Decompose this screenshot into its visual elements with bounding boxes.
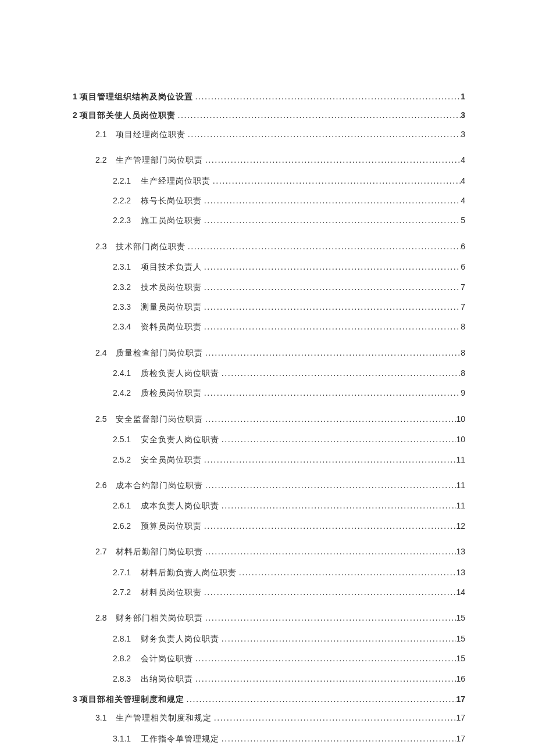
toc-entry: 2.2生产管理部门岗位职责4	[73, 153, 465, 167]
toc-leader-dots	[219, 433, 456, 446]
toc-page-number: 1	[461, 90, 465, 103]
toc-title: 工作指令单管理规定	[141, 733, 219, 746]
toc-page-number: 8	[461, 367, 465, 379]
toc-title: 生产经理岗位职责	[141, 175, 211, 188]
toc-entry: 2.2.1生产经理岗位职责4	[73, 174, 465, 188]
toc-number: 2	[73, 109, 80, 121]
toc-entry: 2.1项目经理岗位职责3	[73, 128, 465, 141]
toc-number: 2.6.1	[113, 499, 141, 512]
toc-entry: 2.3.3测量员岗位职责7	[73, 300, 465, 314]
toc-leader-dots	[219, 733, 456, 746]
toc-number: 2.7.1	[113, 566, 141, 579]
toc-number: 2.7	[95, 545, 116, 558]
toc-page-number: 13	[456, 545, 465, 558]
toc-number: 3.1.1	[113, 732, 141, 745]
toc-number: 2.1	[95, 128, 116, 141]
toc-page-number: 17	[456, 732, 465, 745]
toc-number: 2.2.2	[113, 194, 141, 207]
toc-title: 会计岗位职责	[141, 653, 193, 665]
toc-entry: 3.1生产管理相关制度和规定17	[73, 711, 465, 725]
toc-title: 材料后勤负责人岗位职责	[141, 567, 237, 579]
toc-page-number: 5	[461, 214, 465, 227]
toc-leader-dots	[193, 91, 461, 103]
toc-page-number: 7	[461, 281, 465, 293]
toc-leader-dots	[203, 347, 461, 360]
toc-page-number: 14	[456, 586, 465, 599]
toc-leader-dots	[186, 241, 461, 253]
toc-number: 2.5.2	[113, 453, 141, 466]
toc-page-number: 11	[456, 499, 465, 512]
toc-page-number: 9	[461, 386, 465, 399]
toc-number: 2.7.2	[113, 586, 141, 599]
toc-page-number: 6	[461, 240, 465, 253]
toc-entry: 2.4.1质检负责人岗位职责8	[73, 367, 465, 380]
toc-title: 出纳岗位职责	[141, 673, 193, 686]
toc-number: 2.5.1	[113, 433, 141, 446]
toc-title: 项目技术负责人	[141, 261, 202, 274]
toc-page-number: 3	[461, 128, 465, 141]
toc-number: 2.5	[95, 413, 116, 425]
toc-entry: 2.7.2材料员岗位职责14	[73, 586, 465, 599]
toc-leader-dots	[219, 500, 456, 513]
toc-leader-dots	[203, 612, 456, 625]
toc-title: 安全员岗位职责	[141, 454, 202, 467]
toc-number: 2.8.1	[113, 632, 141, 645]
toc-number: 3	[73, 693, 80, 705]
toc-number: 2.8.2	[113, 652, 141, 665]
toc-number: 3.1	[95, 711, 116, 724]
toc-title: 成本合约部门岗位职责	[116, 479, 203, 492]
toc-page-number: 17	[456, 693, 465, 705]
toc-title: 测量员岗位职责	[141, 301, 202, 314]
toc-leader-dots	[219, 367, 461, 380]
toc-number: 2.4.1	[113, 367, 141, 379]
toc-number: 2.8	[95, 611, 116, 624]
toc-entry: 2.5.2安全员岗位职责11	[73, 453, 465, 467]
toc-leader-dots	[184, 693, 456, 706]
toc-entry: 2.2.3施工员岗位职责5	[73, 214, 465, 227]
toc-entry: 2.6.2预算员岗位职责12	[73, 519, 465, 533]
toc-leader-dots	[193, 673, 456, 686]
toc-entry: 2.3.4资料员岗位职责8	[73, 320, 465, 334]
toc-page-number: 11	[456, 479, 465, 492]
toc-page-number: 8	[461, 320, 465, 333]
toc-entry: 2.3技术部门岗位职责6	[73, 240, 465, 253]
toc-number: 2.3.4	[113, 320, 141, 333]
toc-page-number: 10	[456, 433, 465, 446]
toc-title: 项目部相关管理制度和规定	[80, 693, 184, 706]
toc-title: 材料后勤部门岗位职责	[116, 546, 203, 558]
toc-entry: 2.7.1材料后勤负责人岗位职责13	[73, 566, 465, 579]
toc-leader-dots	[203, 479, 456, 492]
toc-number: 1	[73, 90, 80, 103]
toc-title: 质检员岗位职责	[141, 387, 202, 400]
toc-number: 2.2.1	[113, 174, 141, 187]
toc-page-number: 7	[461, 300, 465, 313]
toc-leader-dots	[202, 301, 461, 314]
toc-leader-dots	[186, 128, 461, 141]
toc-entry: 2.8财务部门相关岗位职责15	[73, 611, 465, 625]
toc-entry: 2.5安全监督部门岗位职责10	[73, 413, 465, 426]
toc-number: 2.4.2	[113, 386, 141, 399]
toc-leader-dots	[203, 154, 461, 167]
toc-number: 2.3.2	[113, 281, 141, 293]
toc-number: 2.2.3	[113, 214, 141, 227]
toc-title: 预算员岗位职责	[141, 520, 202, 533]
toc-leader-dots	[203, 413, 456, 426]
toc-leader-dots	[176, 109, 461, 122]
toc-leader-dots	[202, 387, 461, 400]
toc-leader-dots	[202, 195, 461, 207]
toc-number: 2.6	[95, 479, 116, 492]
toc-number: 2.3.3	[113, 300, 141, 313]
toc-leader-dots	[202, 214, 461, 227]
toc-page-number: 6	[461, 260, 465, 273]
table-of-contents: 1 项目管理组织结构及岗位设置12 项目部关使人员岗位职责32.1项目经理岗位职…	[73, 90, 465, 746]
toc-leader-dots	[202, 520, 456, 533]
toc-entry: 3.1.1工作指令单管理规定17	[73, 732, 465, 746]
toc-entry: 2.8.1财务负责人岗位职责15	[73, 632, 465, 646]
toc-entry: 2.3.1项目技术负责人6	[73, 260, 465, 274]
toc-number: 2.4	[95, 346, 116, 359]
toc-number: 2.2	[95, 153, 116, 166]
toc-page-number: 4	[461, 174, 465, 187]
toc-page-number: 12	[456, 519, 465, 532]
toc-page-number: 3	[461, 109, 465, 121]
toc-page-number: 15	[456, 652, 465, 665]
